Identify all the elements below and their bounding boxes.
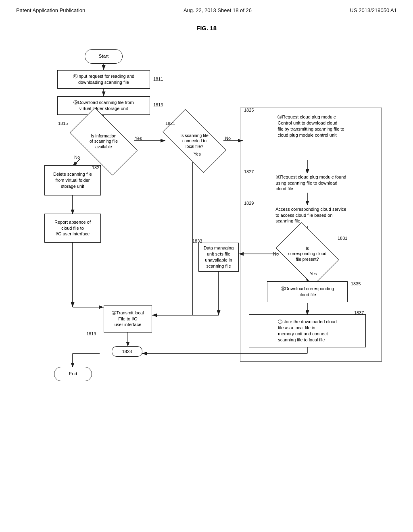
header-left: Patent Application Publication [16,7,85,13]
yes-1831: Yes [310,271,317,276]
start-node: Start [85,49,123,64]
node-1837: ⓕstore the downloaded cloud file as a lo… [249,314,366,347]
header-center: Aug. 22, 2013 Sheet 18 of 26 [184,7,252,13]
ref-1837: 1837 [354,310,364,315]
no-1815: No [74,155,80,160]
node-1825: ⓒRequest cloud plug module Control unit … [244,112,378,141]
node-1827: ⓓRequest cloud plug module found using s… [244,173,378,193]
page-header: Patent Application Publication Aug. 22, … [0,0,413,17]
yes-1821: Yes [194,152,201,156]
diagram-area: Start ⓐInput request for reading and dow… [25,41,388,424]
ref-1819: 1819 [86,331,96,336]
ref-1821: 1821 [165,121,175,126]
ref-1835: 1835 [351,281,361,286]
no-1831: No [273,251,279,256]
diamond-1831: Is corresponding cloud file present? [281,236,334,272]
ref-1817: 1821 [92,165,102,170]
ref-1813: 1813 [153,102,163,107]
no-1821: No [225,136,231,141]
node-1811: ⓐInput request for reading and downloadi… [57,70,150,89]
end-node: End [54,367,92,381]
node-1835: ⓔDownload corresponding cloud file [267,281,348,302]
connector-1823: 1823 [112,346,142,357]
ref-1833: 1833 [192,239,202,243]
node-1833: Data managing unit sets file unavailable… [198,243,239,272]
ref-1831: 1831 [338,236,347,241]
ref-1815: 1815 [58,121,68,126]
node-1819: ⓖTransmit local File to I/O user interfa… [104,305,152,332]
ref-1811: 1811 [153,77,163,81]
ref-1829: 1829 [244,201,254,206]
ref-1825: 1825 [244,108,254,112]
node-report: Report absence of cloud file to I/O user… [44,214,101,243]
node-1813: ⓑDownload scanning file from virtual fol… [57,96,150,115]
node-1829: Access corresponding cloud service to ac… [244,205,378,226]
fig-title: FIG. 18 [0,25,413,31]
header-right: US 2013/219050 A1 [350,7,397,13]
ref-1827: 1827 [244,169,254,174]
yes-1815: Yes [135,136,142,141]
diamond-1815: Is information of scanning file availabl… [73,124,134,159]
